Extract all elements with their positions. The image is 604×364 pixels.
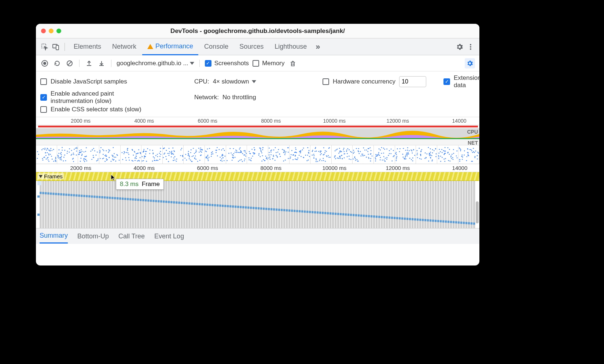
svg-rect-1147 [419,219,421,221]
close-window-button[interactable] [41,29,46,33]
minimize-window-button[interactable] [49,29,54,33]
more-tabs-icon[interactable]: » [313,42,323,52]
svg-point-832 [474,157,475,158]
svg-point-235 [157,154,158,155]
svg-point-431 [252,156,253,157]
maximize-window-button[interactable] [56,29,61,33]
inspect-element-icon[interactable] [40,42,50,52]
tab-sources[interactable]: Sources [234,38,269,55]
devtools-window: DevTools - googlechrome.github.io/devtoo… [36,24,479,265]
svg-point-784 [453,149,454,150]
upload-profile-icon[interactable] [85,59,93,68]
collect-garbage-icon[interactable] [288,59,297,68]
svg-point-532 [327,156,328,157]
svg-rect-967 [188,203,190,205]
tab-performance[interactable]: Performance [142,38,198,55]
filmstrip-thumbnail[interactable] [353,145,374,164]
svg-rect-1021 [258,207,259,209]
svg-point-446 [251,149,253,150]
filmstrip-thumbnail[interactable] [332,145,353,164]
filmstrip-thumbnail[interactable] [290,145,311,164]
filmstrip-thumbnail[interactable] [268,145,290,164]
filmstrip-thumbnail[interactable] [184,145,205,164]
memory-checkbox[interactable]: Memory [253,60,284,67]
filmstrip-thumbnail[interactable] [395,145,416,164]
svg-point-429 [262,161,263,162]
checkbox-icon: ✓ [443,78,450,85]
filmstrip-thumbnail[interactable] [437,145,458,164]
disable-js-samples-checkbox[interactable]: Disable JavaScript samples [40,78,187,85]
svg-point-758 [428,147,429,148]
kebab-menu-icon[interactable] [465,42,476,52]
svg-point-341 [219,149,220,150]
filmstrip-thumbnail[interactable] [205,145,226,164]
tab-network[interactable]: Network [107,38,141,55]
filmstrip-thumbnail[interactable] [163,145,184,164]
svg-rect-1008 [242,181,244,228]
svg-point-585 [346,150,347,151]
download-profile-icon[interactable] [97,59,106,68]
svg-point-28 [48,150,49,151]
filmstrip-thumbnail[interactable] [78,145,99,164]
tab-bottom-up[interactable]: Bottom-Up [77,230,109,243]
svg-point-723 [407,150,408,151]
capture-settings-button[interactable] [465,58,475,68]
filmstrip-thumbnail[interactable] [36,145,57,164]
clear-button[interactable] [65,59,74,68]
extension-data-checkbox[interactable]: ✓ Extension data [443,74,479,89]
filmstrip-thumbnail[interactable] [247,145,268,164]
enable-paint-instrumentation-checkbox[interactable]: ✓ Enable advanced paint instrumentation … [40,90,187,104]
tab-call-tree[interactable]: Call Tree [118,230,145,243]
record-button[interactable] [40,59,49,68]
filmstrip-thumbnail[interactable] [99,145,121,164]
svg-point-650 [388,155,389,156]
filmstrip-thumbnail[interactable] [57,145,78,164]
filmstrip-thumbnail[interactable] [458,145,480,164]
filmstrip-thumbnail[interactable] [141,145,163,164]
overview-pane[interactable]: 2000 ms 4000 ms 6000 ms 8000 ms 10000 ms… [36,117,479,164]
svg-rect-1138 [409,181,411,228]
frames-disclosure[interactable]: Frames [37,173,64,179]
device-toolbar-icon[interactable] [51,42,61,52]
svg-point-567 [316,159,317,160]
filmstrip-thumbnail[interactable] [416,145,437,164]
frames-bars[interactable] [36,181,479,229]
svg-point-774 [450,157,452,158]
flame-ruler[interactable]: 2000 ms 4000 ms 6000 ms 8000 ms 10000 ms… [36,164,479,172]
hardware-concurrency-row[interactable]: Hardware concurrency [323,76,436,87]
filmstrip-thumbnail[interactable] [374,145,395,164]
filmstrip-thumbnail[interactable] [226,145,247,164]
reload-record-button[interactable] [53,59,62,68]
tab-lighthouse[interactable]: Lighthouse [269,38,312,55]
svg-rect-1023 [260,208,262,210]
enable-css-stats-checkbox[interactable]: Enable CSS selector stats (slow) [40,106,187,113]
svg-point-90 [81,155,82,156]
cpu-throttle-select[interactable]: 4× slowdown [213,78,257,85]
hw-conc-input[interactable] [399,76,426,87]
screenshots-checkbox[interactable]: ✓ Screenshots [205,60,249,67]
svg-point-131 [111,155,113,156]
svg-point-505 [309,156,310,157]
overview-ruler[interactable]: 2000 ms 4000 ms 6000 ms 8000 ms 10000 ms… [36,117,479,125]
svg-point-512 [295,156,296,157]
frames-track-header[interactable]: Frames 8.3 ms Frame [36,172,479,181]
tab-summary[interactable]: Summary [40,229,68,244]
svg-point-98 [80,161,81,162]
tab-event-log[interactable]: Event Log [154,230,184,243]
filmstrip[interactable] [36,145,479,164]
filmstrip-thumbnail[interactable] [310,145,332,164]
svg-point-526 [301,156,302,157]
svg-point-761 [428,161,429,162]
page-selector[interactable]: googlechrome.github.io ... [117,60,194,67]
tab-elements[interactable]: Elements [69,38,106,55]
settings-icon[interactable] [454,42,465,52]
vertical-scrollbar-thumb[interactable] [476,201,479,223]
svg-point-275 [164,148,165,149]
svg-point-297 [188,151,189,152]
network-throttle-select[interactable]: No throttling [222,94,256,101]
svg-point-837 [473,148,474,149]
filmstrip-thumbnail[interactable] [121,145,142,164]
svg-point-139 [103,158,104,159]
tab-console[interactable]: Console [199,38,233,55]
svg-rect-854 [45,181,47,228]
